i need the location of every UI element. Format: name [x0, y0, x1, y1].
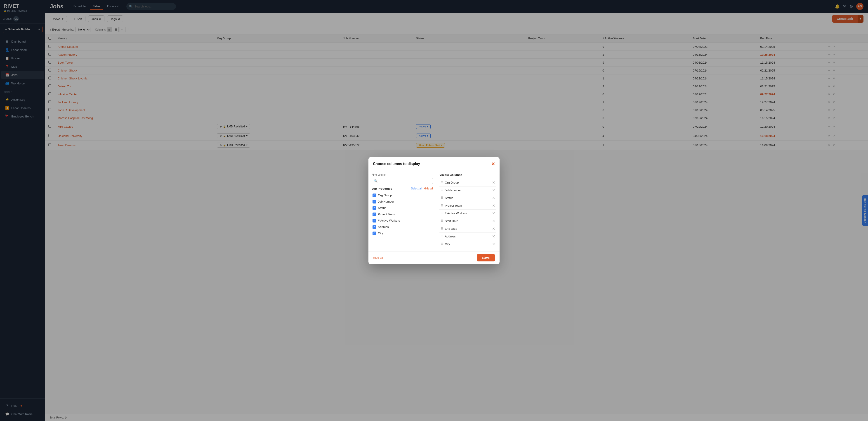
drag-handle[interactable]: ⠿: [441, 242, 443, 246]
checkbox-list: Org Group Job Number Status Project Team…: [372, 192, 433, 236]
links-group: Select all Hide all: [411, 187, 433, 190]
remove-column-button[interactable]: ✕: [492, 227, 495, 231]
modal-left-panel: Find column 🔍 Job Properties Select all …: [368, 170, 436, 251]
remove-column-button[interactable]: ✕: [492, 219, 495, 223]
visible-column-item: ⠿ Address ✕: [439, 233, 496, 241]
remove-column-button[interactable]: ✕: [492, 242, 495, 246]
visible-column-item: ⠿ Org Group ✕: [439, 179, 496, 187]
drag-handle[interactable]: ⠿: [441, 204, 443, 207]
visible-column-item: ⠿ Start Date ✕: [439, 217, 496, 225]
column-checkbox-item: Job Number: [372, 198, 433, 205]
remove-column-button[interactable]: ✕: [492, 188, 495, 192]
modal-title: Choose columns to display: [373, 162, 420, 166]
modal-body: Find column 🔍 Job Properties Select all …: [368, 170, 500, 251]
visible-column-item: ⠿ # Active Workers ✕: [439, 209, 496, 217]
remove-column-button[interactable]: ✕: [492, 203, 495, 208]
drag-handle[interactable]: ⠿: [441, 188, 443, 192]
column-checkbox[interactable]: [373, 206, 376, 210]
visible-column-label: # Active Workers: [445, 212, 467, 215]
column-checkbox[interactable]: [373, 231, 376, 235]
column-checkbox-item: Project Team: [372, 211, 433, 218]
column-checkbox[interactable]: [373, 219, 376, 223]
visible-column-label: Start Date: [445, 219, 458, 223]
find-column-input[interactable]: [372, 178, 433, 184]
visible-column-item: ⠿ Status ✕: [439, 194, 496, 202]
remove-column-button[interactable]: ✕: [492, 234, 495, 238]
section-header: Job Properties Select all Hide all: [372, 187, 433, 190]
modal-close-button[interactable]: ✕: [491, 161, 495, 167]
hide-all-link[interactable]: Hide all: [424, 187, 433, 190]
column-checkbox[interactable]: [373, 194, 376, 197]
drag-handle[interactable]: ⠿: [441, 180, 443, 184]
visible-column-label: Project Team: [445, 204, 462, 207]
drag-handle[interactable]: ⠿: [441, 227, 443, 230]
visible-column-label: Address: [445, 235, 456, 238]
drag-handle[interactable]: ⠿: [441, 219, 443, 223]
column-checkbox[interactable]: [373, 225, 376, 229]
find-input-wrap: 🔍: [372, 178, 433, 184]
modal-footer: Hide all Save: [368, 251, 500, 264]
select-all-link[interactable]: Select all: [411, 187, 422, 190]
visible-column-item: ⠿ End Date ✕: [439, 225, 496, 233]
drag-handle[interactable]: ⠿: [441, 196, 443, 200]
save-button[interactable]: Save: [477, 254, 495, 261]
modal-header: Choose columns to display ✕: [368, 157, 500, 170]
column-checkbox[interactable]: [373, 200, 376, 203]
remove-column-button[interactable]: ✕: [492, 196, 495, 200]
column-label: Address: [378, 225, 389, 229]
column-checkbox-item: Address: [372, 224, 433, 230]
find-column-label: Find column: [372, 173, 433, 176]
visible-column-label: Job Number: [445, 189, 461, 192]
find-column-icon: 🔍: [374, 179, 377, 183]
modal-overlay[interactable]: Choose columns to display ✕ Find column …: [0, 0, 868, 421]
visible-column-label: End Date: [445, 227, 457, 230]
modal-right-panel: Visible Columns ⠿ Org Group ✕ ⠿ Job Numb…: [436, 170, 500, 251]
visible-column-label: Org Group: [445, 181, 459, 184]
column-label: Project Team: [378, 213, 395, 216]
visible-column-label: City: [445, 243, 450, 246]
visible-column-label: Status: [445, 196, 453, 200]
column-checkbox-item: Status: [372, 205, 433, 211]
visible-column-item: ⠿ Job Number ✕: [439, 187, 496, 194]
visible-column-item: ⠿ City ✕: [439, 241, 496, 248]
column-label: Status: [378, 206, 386, 209]
hide-all-footer-button[interactable]: Hide all: [373, 256, 383, 259]
column-checkbox-item: # Active Workers: [372, 218, 433, 224]
drag-handle[interactable]: ⠿: [441, 234, 443, 238]
visible-columns-list: ⠿ Org Group ✕ ⠿ Job Number ✕ ⠿ Status ✕ …: [439, 179, 496, 248]
section-title: Job Properties: [372, 187, 392, 190]
column-checkbox[interactable]: [373, 213, 376, 216]
column-label: Org Group: [378, 194, 392, 197]
column-label: City: [378, 231, 383, 235]
visible-columns-label: Visible Columns: [439, 173, 496, 176]
drag-handle[interactable]: ⠿: [441, 212, 443, 215]
column-checkbox-item: Org Group: [372, 192, 433, 198]
visible-column-item: ⠿ Project Team ✕: [439, 202, 496, 209]
column-label: Job Number: [378, 200, 394, 203]
remove-column-button[interactable]: ✕: [492, 180, 495, 185]
remove-column-button[interactable]: ✕: [492, 211, 495, 216]
column-label: # Active Workers: [378, 219, 400, 222]
columns-modal: Choose columns to display ✕ Find column …: [368, 157, 500, 264]
column-checkbox-item: City: [372, 230, 433, 236]
